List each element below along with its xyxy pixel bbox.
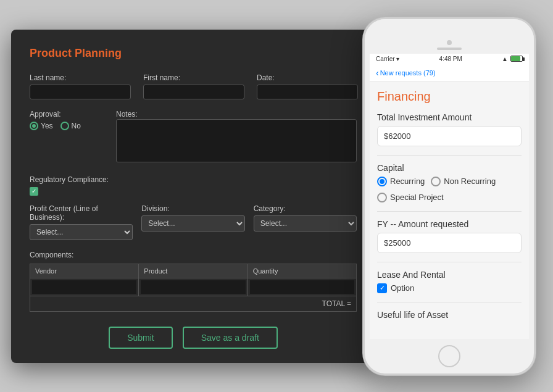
total-label: TOTAL = <box>30 296 357 311</box>
recurring-option[interactable]: Recurring <box>377 177 425 186</box>
save-draft-button[interactable]: Save as a draft <box>183 327 278 349</box>
useful-life-group: Useful life of Asset <box>377 310 522 320</box>
special-project-label: Special Project <box>390 193 444 202</box>
non-recurring-label: Non Recurring <box>444 177 496 186</box>
total-investment-value[interactable]: $62000 <box>377 126 522 146</box>
quantity-header: Quantity <box>247 264 356 278</box>
date-label: Date: <box>257 73 358 82</box>
approval-radio-group: Yes No <box>30 122 104 130</box>
special-project-option[interactable]: Special Project <box>377 193 444 202</box>
non-recurring-radio-circle <box>431 177 441 186</box>
division-select[interactable]: Select... <box>141 215 244 231</box>
last-name-input[interactable] <box>30 85 131 99</box>
panel-title: Product Planning <box>30 47 357 60</box>
profit-center-label: Profit Center (Line of Business): <box>30 204 133 222</box>
approval-group: Approval: Yes No <box>30 108 104 130</box>
time-label: 4:48 PM <box>439 56 462 62</box>
button-row: Submit Save as a draft <box>30 327 357 349</box>
date-input[interactable] <box>257 85 358 99</box>
last-name-label: Last name: <box>30 73 131 82</box>
lease-checkbox-group: Option <box>377 283 522 293</box>
approval-yes-label: Yes <box>41 122 53 130</box>
home-button[interactable] <box>438 345 460 367</box>
phone-top <box>365 19 534 54</box>
submit-button[interactable]: Submit <box>109 327 173 349</box>
approval-no-circle <box>60 122 69 130</box>
divider-3 <box>377 262 522 262</box>
product-input[interactable] <box>141 280 245 294</box>
option-label: Option <box>391 283 414 293</box>
regulatory-checkbox-wrapper <box>30 187 357 196</box>
approval-yes-circle <box>30 122 38 130</box>
back-button[interactable]: ‹ New requests (79) <box>376 68 436 78</box>
non-recurring-option[interactable]: Non Recurring <box>431 177 496 186</box>
nav-bar: ‹ New requests (79) <box>370 64 529 82</box>
capital-radio-group: Recurring Non Recurring Special Project <box>377 177 522 202</box>
last-name-field: Last name: <box>30 73 131 99</box>
lease-rental-label: Lease And Rental <box>377 270 522 280</box>
phone-screen: Carrier ▾ 4:48 PM ▲ ‹ New requests (79) <box>370 54 529 339</box>
fy-label: FY -- Amount requested <box>377 219 522 229</box>
mobile-section-title: Financing <box>377 90 522 104</box>
components-label: Components: <box>30 251 73 259</box>
product-header: Product <box>139 264 247 278</box>
back-arrow-icon: ‹ <box>376 68 379 78</box>
notes-group: Notes: <box>116 108 357 165</box>
components-table: Vendor Product Quantity TOTAL = <box>30 264 357 312</box>
components-section: Components: Vendor Product Quantity <box>30 249 357 312</box>
first-name-field: First name: <box>143 73 244 99</box>
special-project-radio-circle <box>377 193 387 202</box>
total-investment-label: Total Investment Amount <box>377 112 522 122</box>
phone-outer: Carrier ▾ 4:48 PM ▲ ‹ New requests (79) <box>363 17 536 375</box>
recurring-label: Recurring <box>390 177 425 186</box>
useful-life-label: Useful life of Asset <box>377 310 522 320</box>
camera-icon <box>447 40 452 45</box>
phone-wrapper: Carrier ▾ 4:48 PM ▲ ‹ New requests (79) <box>363 17 536 375</box>
recurring-radio-circle <box>377 177 387 186</box>
lease-rental-group: Lease And Rental Option <box>377 270 522 293</box>
battery-icon <box>510 56 523 62</box>
division-field: Division: Select... <box>141 204 244 240</box>
vendor-input[interactable] <box>32 280 136 294</box>
approval-yes-option[interactable]: Yes <box>30 122 53 130</box>
notes-label: Notes: <box>116 110 138 119</box>
capital-label: Capital <box>377 163 522 173</box>
approval-no-label: No <box>72 122 81 130</box>
approval-label: Approval: <box>30 110 61 119</box>
category-field: Category: Select... <box>254 204 357 240</box>
category-select[interactable]: Select... <box>254 215 357 231</box>
regulatory-row: Regulatory Compliance: <box>30 173 357 196</box>
category-label: Category: <box>254 204 357 213</box>
divider-4 <box>377 302 522 302</box>
name-date-row: Last name: First name: Date: <box>30 73 357 99</box>
fy-amount-group: FY -- Amount requested $25000 <box>377 219 522 253</box>
capital-group: Capital Recurring Non Recurring <box>377 163 522 202</box>
quantity-input[interactable] <box>250 280 354 294</box>
fy-value[interactable]: $25000 <box>377 233 522 253</box>
select-row: Profit Center (Line of Business): Select… <box>30 204 357 240</box>
regulatory-checkbox[interactable] <box>30 187 38 196</box>
option-checkbox[interactable] <box>377 283 387 293</box>
battery-fill <box>511 56 520 61</box>
profit-center-select[interactable]: Select... <box>30 224 133 240</box>
approval-no-option[interactable]: No <box>60 122 81 130</box>
speaker-icon <box>437 48 462 50</box>
desktop-panel: Product Planning Last name: First name: … <box>11 30 375 363</box>
total-row: TOTAL = <box>30 296 357 311</box>
approval-notes-row: Approval: Yes No Notes: <box>30 108 357 165</box>
divider-1 <box>377 155 522 156</box>
profit-center-field: Profit Center (Line of Business): Select… <box>30 204 133 240</box>
regulatory-label: Regulatory Compliance: <box>30 175 109 184</box>
table-row <box>30 278 357 296</box>
wifi-icon: ▲ <box>502 56 508 62</box>
notes-textarea[interactable] <box>116 119 357 162</box>
first-name-input[interactable] <box>143 85 244 99</box>
division-label: Division: <box>141 204 244 213</box>
back-label: New requests (79) <box>380 69 436 77</box>
carrier-label: Carrier ▾ <box>376 56 399 62</box>
divider-2 <box>377 211 522 212</box>
mobile-content: Financing Total Investment Amount $62000… <box>370 82 529 334</box>
date-field: Date: <box>257 73 358 99</box>
vendor-header: Vendor <box>30 264 139 278</box>
status-icons: ▲ <box>502 56 523 62</box>
